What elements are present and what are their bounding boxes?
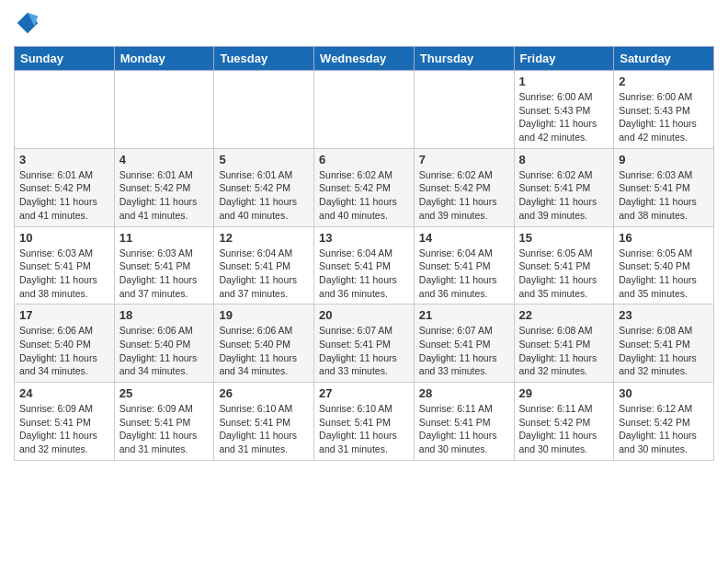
day-info: Sunrise: 6:03 AMSunset: 5:41 PMDaylight:… bbox=[119, 247, 210, 301]
calendar-week-3: 10Sunrise: 6:03 AMSunset: 5:41 PMDayligh… bbox=[15, 226, 714, 304]
day-number: 14 bbox=[419, 231, 509, 245]
day-number: 1 bbox=[519, 75, 609, 88]
day-header-friday: Friday bbox=[514, 47, 614, 71]
calendar-cell: 5Sunrise: 6:01 AMSunset: 5:42 PMDaylight… bbox=[214, 148, 314, 226]
calendar-week-2: 3Sunrise: 6:01 AMSunset: 5:42 PMDaylight… bbox=[15, 148, 714, 226]
calendar-cell: 28Sunrise: 6:11 AMSunset: 5:41 PMDayligh… bbox=[414, 383, 514, 461]
day-info: Sunrise: 6:00 AMSunset: 5:43 PMDaylight:… bbox=[619, 90, 709, 144]
day-header-tuesday: Tuesday bbox=[214, 47, 314, 71]
calendar-cell: 17Sunrise: 6:06 AMSunset: 5:40 PMDayligh… bbox=[15, 304, 115, 383]
day-info: Sunrise: 6:03 AMSunset: 5:41 PMDaylight:… bbox=[19, 247, 109, 301]
day-number: 17 bbox=[19, 308, 109, 322]
day-number: 16 bbox=[619, 231, 709, 245]
calendar-cell: 29Sunrise: 6:11 AMSunset: 5:42 PMDayligh… bbox=[514, 383, 614, 461]
day-number: 3 bbox=[19, 153, 109, 167]
day-header-monday: Monday bbox=[114, 47, 214, 71]
page-header bbox=[14, 9, 714, 37]
calendar-cell: 4Sunrise: 6:01 AMSunset: 5:42 PMDaylight… bbox=[114, 148, 214, 226]
day-info: Sunrise: 6:09 AMSunset: 5:41 PMDaylight:… bbox=[119, 402, 210, 456]
day-info: Sunrise: 6:06 AMSunset: 5:40 PMDaylight:… bbox=[219, 324, 309, 378]
day-info: Sunrise: 6:01 AMSunset: 5:42 PMDaylight:… bbox=[119, 168, 210, 223]
day-info: Sunrise: 6:04 AMSunset: 5:41 PMDaylight:… bbox=[419, 247, 509, 301]
day-info: Sunrise: 6:11 AMSunset: 5:42 PMDaylight:… bbox=[519, 402, 609, 456]
calendar-cell bbox=[15, 71, 115, 149]
day-info: Sunrise: 6:08 AMSunset: 5:41 PMDaylight:… bbox=[519, 324, 609, 378]
day-number: 7 bbox=[419, 153, 509, 167]
day-number: 13 bbox=[319, 231, 409, 245]
calendar-cell: 27Sunrise: 6:10 AMSunset: 5:41 PMDayligh… bbox=[314, 383, 415, 461]
calendar-cell: 3Sunrise: 6:01 AMSunset: 5:42 PMDaylight… bbox=[15, 148, 115, 226]
day-info: Sunrise: 6:04 AMSunset: 5:41 PMDaylight:… bbox=[219, 247, 309, 301]
calendar-cell: 12Sunrise: 6:04 AMSunset: 5:41 PMDayligh… bbox=[214, 226, 314, 304]
calendar-cell: 20Sunrise: 6:07 AMSunset: 5:41 PMDayligh… bbox=[314, 304, 415, 383]
day-number: 26 bbox=[219, 386, 309, 400]
calendar-cell: 19Sunrise: 6:06 AMSunset: 5:40 PMDayligh… bbox=[214, 304, 314, 383]
calendar-cell: 10Sunrise: 6:03 AMSunset: 5:41 PMDayligh… bbox=[15, 226, 115, 304]
day-info: Sunrise: 6:02 AMSunset: 5:41 PMDaylight:… bbox=[519, 168, 609, 223]
calendar-cell: 24Sunrise: 6:09 AMSunset: 5:41 PMDayligh… bbox=[15, 383, 115, 461]
day-info: Sunrise: 6:10 AMSunset: 5:41 PMDaylight:… bbox=[219, 402, 309, 456]
logo bbox=[14, 9, 46, 37]
calendar-cell: 25Sunrise: 6:09 AMSunset: 5:41 PMDayligh… bbox=[114, 383, 214, 461]
day-number: 21 bbox=[419, 308, 509, 322]
day-number: 6 bbox=[319, 153, 409, 167]
calendar-table: SundayMondayTuesdayWednesdayThursdayFrid… bbox=[14, 46, 714, 461]
day-number: 10 bbox=[19, 231, 109, 245]
day-number: 30 bbox=[619, 386, 709, 400]
day-number: 20 bbox=[319, 308, 409, 322]
day-info: Sunrise: 6:01 AMSunset: 5:42 PMDaylight:… bbox=[19, 168, 109, 223]
day-number: 23 bbox=[619, 308, 709, 322]
calendar-cell: 18Sunrise: 6:06 AMSunset: 5:40 PMDayligh… bbox=[114, 304, 214, 383]
day-info: Sunrise: 6:05 AMSunset: 5:41 PMDaylight:… bbox=[519, 247, 609, 301]
day-number: 28 bbox=[419, 386, 509, 400]
day-info: Sunrise: 6:07 AMSunset: 5:41 PMDaylight:… bbox=[319, 324, 409, 378]
day-info: Sunrise: 6:00 AMSunset: 5:43 PMDaylight:… bbox=[519, 90, 609, 144]
day-info: Sunrise: 6:07 AMSunset: 5:41 PMDaylight:… bbox=[419, 324, 509, 378]
calendar-cell: 16Sunrise: 6:05 AMSunset: 5:40 PMDayligh… bbox=[614, 226, 714, 304]
calendar-week-5: 24Sunrise: 6:09 AMSunset: 5:41 PMDayligh… bbox=[15, 383, 714, 461]
day-header-saturday: Saturday bbox=[614, 47, 714, 71]
day-number: 11 bbox=[119, 231, 210, 245]
calendar-cell: 1Sunrise: 6:00 AMSunset: 5:43 PMDaylight… bbox=[514, 71, 614, 149]
day-number: 22 bbox=[519, 308, 609, 322]
day-header-wednesday: Wednesday bbox=[314, 47, 415, 71]
day-info: Sunrise: 6:01 AMSunset: 5:42 PMDaylight:… bbox=[219, 168, 309, 223]
day-header-thursday: Thursday bbox=[414, 47, 514, 71]
calendar-cell: 13Sunrise: 6:04 AMSunset: 5:41 PMDayligh… bbox=[314, 226, 415, 304]
day-header-sunday: Sunday bbox=[15, 47, 115, 71]
calendar-cell: 6Sunrise: 6:02 AMSunset: 5:42 PMDaylight… bbox=[314, 148, 415, 226]
day-number: 2 bbox=[619, 75, 709, 88]
day-info: Sunrise: 6:11 AMSunset: 5:41 PMDaylight:… bbox=[419, 402, 509, 456]
day-number: 25 bbox=[119, 386, 210, 400]
day-number: 18 bbox=[119, 308, 210, 322]
day-number: 8 bbox=[519, 153, 609, 167]
calendar-cell: 22Sunrise: 6:08 AMSunset: 5:41 PMDayligh… bbox=[514, 304, 614, 383]
day-info: Sunrise: 6:12 AMSunset: 5:42 PMDaylight:… bbox=[619, 402, 709, 456]
day-info: Sunrise: 6:10 AMSunset: 5:41 PMDaylight:… bbox=[319, 402, 409, 456]
day-info: Sunrise: 6:02 AMSunset: 5:42 PMDaylight:… bbox=[419, 168, 509, 223]
day-number: 15 bbox=[519, 231, 609, 245]
calendar-cell: 7Sunrise: 6:02 AMSunset: 5:42 PMDaylight… bbox=[414, 148, 514, 226]
calendar-cell: 30Sunrise: 6:12 AMSunset: 5:42 PMDayligh… bbox=[614, 383, 714, 461]
calendar-cell: 23Sunrise: 6:08 AMSunset: 5:41 PMDayligh… bbox=[614, 304, 714, 383]
calendar-cell: 8Sunrise: 6:02 AMSunset: 5:41 PMDaylight… bbox=[514, 148, 614, 226]
day-info: Sunrise: 6:04 AMSunset: 5:41 PMDaylight:… bbox=[319, 247, 409, 301]
calendar-week-4: 17Sunrise: 6:06 AMSunset: 5:40 PMDayligh… bbox=[15, 304, 714, 383]
day-info: Sunrise: 6:05 AMSunset: 5:40 PMDaylight:… bbox=[619, 247, 709, 301]
day-number: 5 bbox=[219, 153, 309, 167]
calendar-header-row: SundayMondayTuesdayWednesdayThursdayFrid… bbox=[15, 47, 714, 71]
calendar-cell: 14Sunrise: 6:04 AMSunset: 5:41 PMDayligh… bbox=[414, 226, 514, 304]
calendar-week-1: 1Sunrise: 6:00 AMSunset: 5:43 PMDaylight… bbox=[15, 71, 714, 149]
day-number: 9 bbox=[619, 153, 709, 167]
day-number: 4 bbox=[119, 153, 210, 167]
calendar-cell: 9Sunrise: 6:03 AMSunset: 5:41 PMDaylight… bbox=[614, 148, 714, 226]
day-number: 19 bbox=[219, 308, 309, 322]
day-info: Sunrise: 6:02 AMSunset: 5:42 PMDaylight:… bbox=[319, 168, 409, 223]
calendar-cell: 15Sunrise: 6:05 AMSunset: 5:41 PMDayligh… bbox=[514, 226, 614, 304]
day-number: 24 bbox=[19, 386, 109, 400]
day-info: Sunrise: 6:09 AMSunset: 5:41 PMDaylight:… bbox=[19, 402, 109, 456]
day-info: Sunrise: 6:08 AMSunset: 5:41 PMDaylight:… bbox=[619, 324, 709, 378]
calendar-cell bbox=[314, 71, 415, 149]
calendar-cell bbox=[114, 71, 214, 149]
calendar-cell: 26Sunrise: 6:10 AMSunset: 5:41 PMDayligh… bbox=[214, 383, 314, 461]
